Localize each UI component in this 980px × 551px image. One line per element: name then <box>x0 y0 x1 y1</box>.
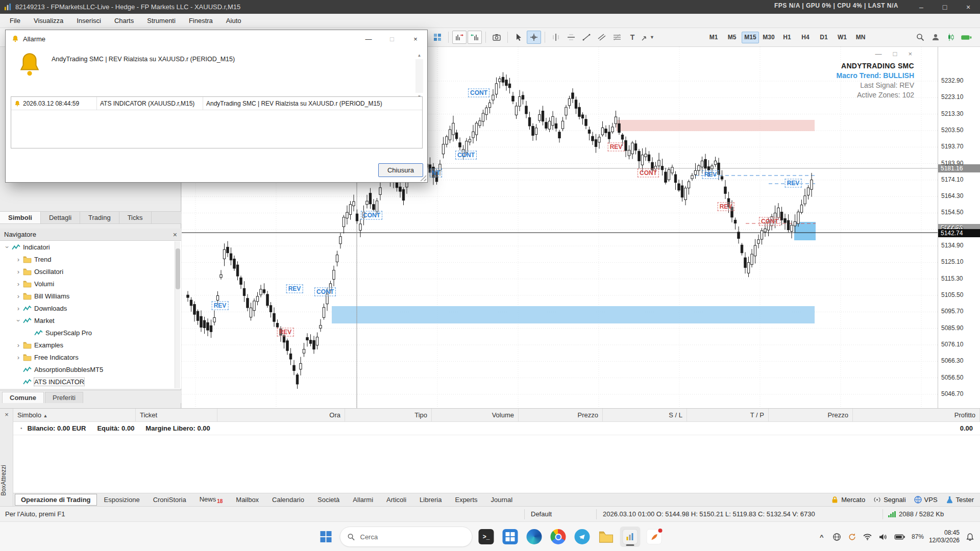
terminal-app-icon[interactable]: >_ <box>476 527 497 547</box>
column-header-volume-4[interactable]: Volume <box>432 409 519 421</box>
metatrader-taskbar-icon[interactable] <box>620 527 641 547</box>
wifi-icon[interactable] <box>863 533 873 541</box>
close-button[interactable]: × <box>957 0 980 14</box>
tree-item-ats-indicator[interactable]: ATS INDICATOR <box>0 375 181 388</box>
minimize-button[interactable]: – <box>910 0 933 14</box>
menu-item-aiuto[interactable]: Aiuto <box>219 14 248 28</box>
chart-close-icon[interactable]: × <box>908 50 912 58</box>
search-icon[interactable] <box>913 31 927 44</box>
tree-expand-icon[interactable]: › <box>14 305 22 312</box>
column-header-simbolo-0[interactable]: Simbolo ▲ <box>13 409 136 421</box>
taskbar-clock[interactable]: 08:45 12/03/2026 <box>929 529 960 544</box>
navigator-close-icon[interactable]: × <box>173 231 177 239</box>
chart-minimize-icon[interactable]: — <box>875 50 882 58</box>
toolbox-close-icon[interactable]: × <box>0 411 13 418</box>
column-header-ora-2[interactable]: Ora <box>217 409 345 421</box>
alert-row[interactable]: 2026.03.12 08:44:59 ATS INDICATOR (XAUUS… <box>11 97 422 110</box>
screenshot-icon[interactable] <box>489 31 504 44</box>
microsoft-store-icon[interactable] <box>500 527 521 547</box>
menu-item-finestra[interactable]: Finestra <box>182 14 219 28</box>
column-header-profitto-9[interactable]: Profitto <box>853 409 980 421</box>
account-icon[interactable] <box>928 31 943 44</box>
column-header-ticket-1[interactable]: Ticket <box>136 409 217 421</box>
battery-tray-icon[interactable] <box>893 534 906 540</box>
timeframe-D1[interactable]: D1 <box>815 32 832 43</box>
tree-expand-icon[interactable]: › <box>14 292 22 300</box>
alert-scrollbar[interactable]: ▲ ▼ <box>415 52 423 103</box>
auto-trading-icon[interactable] <box>944 31 958 44</box>
tab-simboli[interactable]: Simboli <box>0 212 41 223</box>
tree-item-oscillatori[interactable]: ›Oscillatori <box>0 265 181 278</box>
fibonacci-icon[interactable] <box>610 31 624 44</box>
tab-esposizione[interactable]: Esposizione <box>98 494 146 506</box>
tree-expand-icon[interactable]: › <box>15 316 22 324</box>
tab-preferiti[interactable]: Preferiti <box>45 392 83 403</box>
tab-dettagli[interactable]: Dettagli <box>41 212 80 223</box>
tree-item-market[interactable]: ›Market <box>0 314 181 327</box>
cursor-icon[interactable] <box>511 31 526 44</box>
tab-allarmi[interactable]: Allarmi <box>347 494 379 506</box>
tree-expand-icon[interactable]: › <box>14 341 22 349</box>
sync-icon[interactable] <box>847 533 857 541</box>
scroll-up-icon[interactable]: ▲ <box>415 52 423 59</box>
chiusura-button[interactable]: Chiusura <box>378 163 423 177</box>
tab-journal[interactable]: Journal <box>485 494 519 506</box>
timeframe-MN[interactable]: MN <box>852 32 869 43</box>
timeframe-M15[interactable]: M15 <box>742 32 759 43</box>
column-header-tipo-3[interactable]: Tipo <box>345 409 432 421</box>
tab-experts[interactable]: Experts <box>449 494 483 506</box>
tab-news[interactable]: News18 <box>193 493 229 507</box>
edge-icon[interactable] <box>524 527 545 547</box>
column-header-t-p-7[interactable]: T / P <box>687 409 769 421</box>
crosshair-icon[interactable] <box>527 31 541 44</box>
tree-item-trend[interactable]: ›Trend <box>0 253 181 265</box>
tree-item-indicatori[interactable]: ›Indicatori <box>0 241 181 253</box>
column-header-prezzo-5[interactable]: Prezzo <box>519 409 603 421</box>
tab-operazione-di-trading[interactable]: Operazione di Trading <box>15 494 97 506</box>
tree-item-free-indicators[interactable]: ›Free Indicators <box>0 351 181 363</box>
tree-item-absorptionbubblesmt5[interactable]: AbsorptionBubblesMT5 <box>0 363 181 375</box>
tree-expand-icon[interactable]: › <box>14 256 22 263</box>
horizontal-line-icon[interactable] <box>564 31 578 44</box>
menu-item-visualizza[interactable]: Visualizza <box>27 14 70 28</box>
tab-trading[interactable]: Trading <box>80 212 119 223</box>
tab-ticks[interactable]: Ticks <box>119 212 152 223</box>
menu-item-strumenti[interactable]: Strumenti <box>140 14 182 28</box>
vertical-line-icon[interactable] <box>549 31 563 44</box>
tree-item-volumi[interactable]: ›Volumi <box>0 278 181 290</box>
file-explorer-icon[interactable] <box>596 527 617 547</box>
chart-restore-icon[interactable]: □ <box>893 50 897 58</box>
telegram-icon[interactable] <box>572 527 593 547</box>
dialog-close-button[interactable]: × <box>404 30 427 47</box>
tree-expand-icon[interactable]: › <box>4 243 11 251</box>
hidden-icons-chevron[interactable]: ^ <box>817 533 827 541</box>
button-segnali[interactable]: Segnali <box>873 496 905 504</box>
menu-item-file[interactable]: File <box>3 14 27 28</box>
tree-item-superscalp-pro[interactable]: SuperScalp Pro <box>0 327 181 339</box>
navigator-scrollbar[interactable] <box>175 241 180 388</box>
tree-item-downloads[interactable]: ›Downloads <box>0 302 181 314</box>
text-tool-icon[interactable]: T <box>625 31 640 44</box>
auto-scroll-icon[interactable] <box>468 31 482 44</box>
tree-expand-icon[interactable]: › <box>14 280 22 288</box>
shapes-icon[interactable]: ▼ <box>641 31 655 44</box>
timeframe-W1[interactable]: W1 <box>834 32 851 43</box>
notifications-bell-icon[interactable] <box>965 533 975 541</box>
column-header-s-l-6[interactable]: S / L <box>603 409 687 421</box>
tree-item-examples[interactable]: ›Examples <box>0 339 181 351</box>
chrome-icon[interactable] <box>548 527 569 547</box>
alert-dialog-titlebar[interactable]: Allarme — □ × <box>6 30 427 47</box>
timeframe-H4[interactable]: H4 <box>797 32 814 43</box>
timeframe-M30[interactable]: M30 <box>760 32 777 43</box>
tab-cronistoria[interactable]: CroniStoria <box>147 494 192 506</box>
tab-articoli[interactable]: Articoli <box>380 494 412 506</box>
dialog-minimize-button[interactable]: — <box>357 30 380 47</box>
tab-libreria[interactable]: Libreria <box>413 494 448 506</box>
timeframe-M5[interactable]: M5 <box>723 32 741 43</box>
button-mercato[interactable]: Mercato <box>831 496 865 504</box>
menu-item-charts[interactable]: Charts <box>108 14 140 28</box>
screenshot-tool-icon[interactable] <box>644 527 665 547</box>
status-profile[interactable]: Default <box>525 510 596 518</box>
column-header-prezzo-8[interactable]: Prezzo <box>769 409 853 421</box>
button-vps[interactable]: VPS <box>914 496 938 504</box>
